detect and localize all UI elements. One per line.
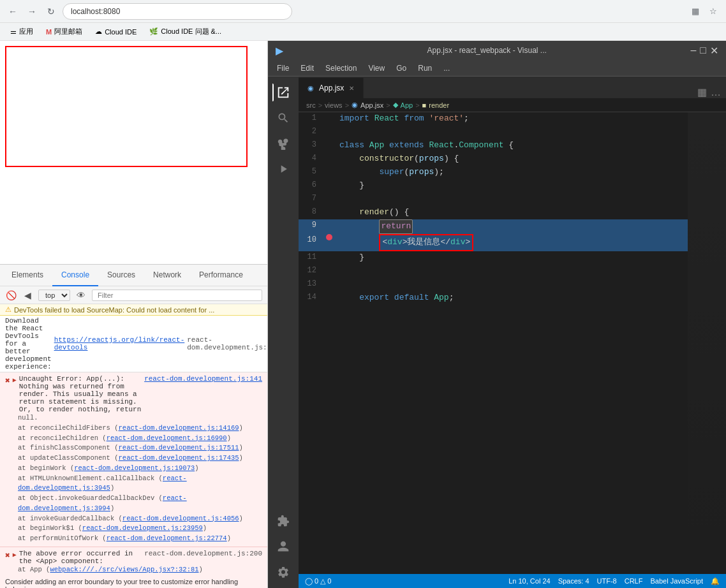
activity-settings[interactable] xyxy=(272,561,294,583)
bookmark-button[interactable]: ☆ xyxy=(706,4,721,19)
error-stack-2: at App (webpack:///./src/views/App.jsx?:… xyxy=(18,565,262,575)
vscode-body: ◉ App.jsx ✕ ▦ … src > views > ◉ xyxy=(268,77,726,588)
stack-link[interactable]: react-dom.development.js:4056 xyxy=(122,515,239,522)
tab-console[interactable]: Console xyxy=(52,265,98,286)
download-text: Download the React DevTools for a better… xyxy=(5,317,52,371)
bookmark-mail[interactable]: M 阿里邮箱 xyxy=(41,25,87,38)
page-box xyxy=(5,46,248,167)
code-line-8: 8 render() { xyxy=(299,206,688,219)
bookmark-apps-label: 应用 xyxy=(19,27,33,36)
menu-file[interactable]: File xyxy=(272,62,294,74)
statusbar-line-ending[interactable]: CRLF xyxy=(625,577,643,585)
error-link-1[interactable]: react-dom.development.js:141 xyxy=(144,375,262,383)
sourcemap-warning: ⚠ DevTools failed to load SourceMap: Cou… xyxy=(0,304,267,316)
error-triangle-2: ▶ xyxy=(13,551,17,559)
editor-tab-bar: ◉ App.jsx ✕ ▦ … xyxy=(299,77,726,98)
maximize-button[interactable]: □ xyxy=(700,45,706,57)
menu-selection[interactable]: Selection xyxy=(320,62,362,74)
bookmark-cloud-ide-issues[interactable]: 🌿 Cloud IDE 问题 &... xyxy=(144,25,226,38)
activity-extensions[interactable] xyxy=(272,510,294,532)
menu-view[interactable]: View xyxy=(363,62,390,74)
console-output: Download the React DevTools for a better… xyxy=(0,316,267,588)
eye-button[interactable]: 👁 xyxy=(75,290,87,301)
cast-button[interactable]: ▦ xyxy=(688,4,703,19)
browser-toolbar: ← → ↻ localhost:8080 ▦ ☆ xyxy=(0,0,726,23)
activity-explorer[interactable] xyxy=(272,82,294,103)
error-source-2: react-dom.development.js:200 xyxy=(144,550,262,557)
statusbar-errors[interactable]: ◯ 0 △ 0 xyxy=(305,577,331,585)
stack-link[interactable]: react-dom.development.js:17435 xyxy=(119,454,239,462)
activity-run[interactable] xyxy=(272,158,294,180)
page-preview xyxy=(0,41,267,264)
menu-go[interactable]: Go xyxy=(391,62,411,74)
activity-account[interactable] xyxy=(272,536,294,557)
bookmark-mail-label: 阿里邮箱 xyxy=(54,27,82,36)
statusbar-language[interactable]: Babel JavaScript xyxy=(650,577,703,585)
statusbar-right: Ln 10, Col 24 Spaces: 4 UTF-8 CRLF Babel… xyxy=(508,577,720,585)
code-line-2: 2 xyxy=(299,126,688,139)
bookmark-cloud-ide-issues-label: Cloud IDE 问题 &... xyxy=(161,27,221,36)
tab-network[interactable]: Network xyxy=(144,265,190,286)
code-line-1: 1 import React from 'react'; xyxy=(299,112,688,126)
download-link[interactable]: https://reactjs.org/link/react-devtools xyxy=(54,336,185,351)
breadcrumb-file[interactable]: App.jsx xyxy=(360,101,383,109)
error-block-2: ✖ ▶ The above error occurred in the <App… xyxy=(0,547,267,588)
code-line-7: 7 xyxy=(299,193,688,206)
code-line-3: 3 class App extends React.Component { xyxy=(299,139,688,152)
close-button[interactable]: ✕ xyxy=(710,45,718,57)
stack-link[interactable]: react-dom.development.js:23959 xyxy=(82,524,203,532)
forward-button[interactable]: → xyxy=(24,4,40,19)
tab-performance[interactable]: Performance xyxy=(190,265,252,286)
context-selector[interactable]: top xyxy=(38,290,70,301)
stack-link[interactable]: react-dom.development.js:3945 xyxy=(18,474,187,492)
browser-actions: ▦ ☆ xyxy=(688,4,721,19)
tab-close-button[interactable]: ✕ xyxy=(349,85,354,92)
statusbar-bell-icon[interactable]: 🔔 xyxy=(711,577,720,585)
breadcrumb-views[interactable]: views xyxy=(325,101,343,109)
statusbar-ln-col[interactable]: Ln 10, Col 24 xyxy=(508,577,550,585)
toggle-filter-button[interactable]: ◀ xyxy=(22,290,33,301)
back-button[interactable]: ← xyxy=(5,4,20,19)
vscode-window: ▶ App.jsx - react_webpack - Visual ... –… xyxy=(268,41,726,588)
statusbar-spaces[interactable]: Spaces: 4 xyxy=(558,577,589,585)
minimap xyxy=(688,112,726,574)
bookmark-cloud-ide[interactable]: ☁ Cloud IDE xyxy=(90,26,142,38)
stack-link[interactable]: react-dom.development.js:16990 xyxy=(107,434,227,442)
warning-icon: ⚠ xyxy=(5,305,11,314)
tab-elements[interactable]: Elements xyxy=(3,265,52,286)
menu-run[interactable]: Run xyxy=(413,62,437,74)
stack-link[interactable]: react-dom.development.js:19073 xyxy=(74,464,195,472)
clear-console-button[interactable]: 🚫 xyxy=(5,290,17,301)
app-stack-link[interactable]: webpack:///./src/views/App.jsx?:32:81 xyxy=(50,566,198,573)
code-line-6: 6 } xyxy=(299,179,688,193)
breadcrumb-src[interactable]: src xyxy=(306,101,316,109)
stack-link[interactable]: react-dom.development.js:17511 xyxy=(119,444,239,452)
bookmark-apps[interactable]: ⚌ 应用 xyxy=(5,25,38,38)
minimize-button[interactable]: – xyxy=(690,45,696,57)
activity-source-control[interactable] xyxy=(272,133,294,154)
menu-more[interactable]: ... xyxy=(438,62,455,74)
activity-search[interactable] xyxy=(272,107,294,129)
menu-edit[interactable]: Edit xyxy=(295,62,319,74)
stack-link[interactable]: react-dom.development.js:3994 xyxy=(18,494,187,512)
tab-label: App.jsx xyxy=(319,84,344,92)
code-editor[interactable]: 1 import React from 'react'; 2 3 xyxy=(299,112,688,574)
more-actions-button[interactable]: … xyxy=(711,87,721,98)
editor-tab-appjsx[interactable]: ◉ App.jsx ✕ xyxy=(299,78,364,98)
code-line-11: 11 } xyxy=(299,251,688,265)
download-source: react-dom.development.js:262 xyxy=(187,336,267,351)
error-icon-1: ✖ xyxy=(5,376,10,386)
breadcrumb-method[interactable]: render xyxy=(429,101,449,109)
error-message-2: The above error occurred in the <App> co… xyxy=(19,550,142,565)
filter-input[interactable] xyxy=(92,290,262,301)
statusbar-encoding[interactable]: UTF-8 xyxy=(597,577,617,585)
tab-sources[interactable]: Sources xyxy=(98,265,144,286)
code-line-10: 10 <div>我是信息</div> xyxy=(299,234,688,251)
reload-button[interactable]: ↻ xyxy=(43,4,59,19)
address-bar[interactable]: localhost:8080 xyxy=(63,3,292,20)
stack-link[interactable]: react-dom.development.js:22774 xyxy=(107,534,227,542)
breadcrumb-class[interactable]: App xyxy=(401,101,413,109)
code-line-5: 5 super(props); xyxy=(299,166,688,179)
split-editor-button[interactable]: ▦ xyxy=(697,86,707,98)
stack-link[interactable]: react-dom.development.js:14169 xyxy=(119,424,239,432)
